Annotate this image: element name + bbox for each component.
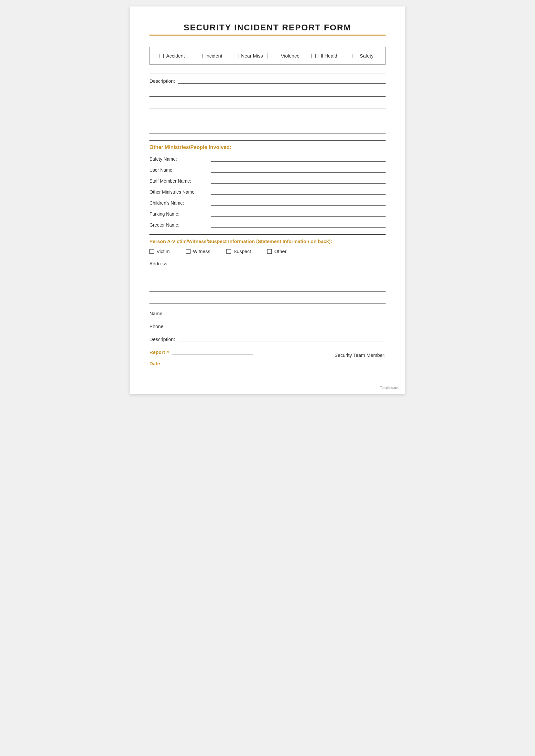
person-type-row: Victim Witness Suspect Other bbox=[150, 249, 385, 254]
safety-name-input[interactable] bbox=[211, 155, 385, 162]
name-label: Name: bbox=[150, 310, 164, 316]
other-ministries-name-label: Other Ministries Name: bbox=[150, 189, 208, 195]
checkbox-ill-health[interactable] bbox=[311, 54, 316, 58]
checkbox-violence[interactable] bbox=[274, 54, 278, 58]
incident-type-ill-health[interactable]: I ll Health bbox=[306, 53, 344, 59]
checkbox-victim[interactable] bbox=[150, 249, 154, 254]
security-team-label: Security Team Member: bbox=[334, 352, 385, 358]
person-description-row: Description: bbox=[150, 336, 385, 342]
greeter-name-row: Greeter Name: bbox=[150, 221, 385, 228]
watermark: Template.net bbox=[380, 386, 399, 390]
page-title: SECURITY INCIDENT REPORT FORM bbox=[150, 23, 385, 33]
bottom-fields: Name: Phone: Description: bbox=[150, 310, 385, 342]
title-section: SECURITY INCIDENT REPORT FORM bbox=[150, 23, 385, 36]
checkbox-other[interactable] bbox=[267, 249, 272, 254]
checkbox-witness[interactable] bbox=[186, 249, 190, 254]
other-ministries-heading: Other Ministries/People Involved: bbox=[150, 145, 385, 150]
date-row: Date bbox=[150, 358, 268, 366]
address-line-4[interactable] bbox=[150, 297, 385, 304]
address-line-3[interactable] bbox=[150, 285, 385, 291]
report-line[interactable] bbox=[172, 348, 253, 355]
user-name-row: User Name: bbox=[150, 166, 385, 173]
staff-name-label: Staff Member Name: bbox=[150, 178, 208, 184]
incident-type-safety[interactable]: Safety bbox=[344, 53, 382, 59]
footer-row: Report # Date Security Team Member: bbox=[150, 348, 385, 366]
description-section: Description: bbox=[150, 77, 385, 133]
divider-1 bbox=[150, 73, 385, 73]
incident-type-near-miss[interactable]: Near Miss bbox=[229, 53, 268, 59]
parking-name-input[interactable] bbox=[211, 210, 385, 217]
person-a-heading: Person A-Victim/Witness/Suspect Informat… bbox=[150, 238, 385, 244]
description-row: Description: bbox=[150, 77, 385, 84]
other-ministries-name-row: Other Ministries Name: bbox=[150, 188, 385, 195]
parking-name-label: Parking Name: bbox=[150, 211, 208, 217]
date-label: Date bbox=[150, 361, 160, 366]
person-type-victim[interactable]: Victim bbox=[150, 249, 170, 254]
user-name-label: User Name: bbox=[150, 167, 208, 173]
label-witness: Witness bbox=[193, 249, 210, 254]
incident-type-incident[interactable]: Incident bbox=[191, 53, 229, 59]
person-description-input[interactable] bbox=[178, 336, 385, 342]
checkbox-near-miss[interactable] bbox=[234, 54, 239, 58]
report-number-row: Report # bbox=[150, 348, 268, 355]
phone-row: Phone: bbox=[150, 323, 385, 329]
checkbox-incident[interactable] bbox=[198, 54, 203, 58]
report-label: Report # bbox=[150, 349, 169, 355]
incident-type-accident[interactable]: Accident bbox=[153, 53, 191, 59]
children-name-input[interactable] bbox=[211, 199, 385, 205]
description-line-2[interactable] bbox=[150, 90, 385, 97]
footer-left: Report # Date bbox=[150, 348, 268, 366]
person-type-other[interactable]: Other bbox=[267, 249, 287, 254]
name-input[interactable] bbox=[167, 310, 385, 316]
divider-2 bbox=[150, 140, 385, 141]
address-line-1[interactable] bbox=[172, 260, 385, 266]
label-other: Other bbox=[274, 249, 287, 254]
date-line[interactable] bbox=[163, 360, 244, 366]
checkbox-safety[interactable] bbox=[352, 54, 357, 58]
label-ill-health: I ll Health bbox=[318, 53, 339, 59]
label-violence: Violence bbox=[281, 53, 299, 59]
description-line-3[interactable] bbox=[150, 102, 385, 109]
greeter-name-label: Greeter Name: bbox=[150, 222, 208, 228]
title-underline bbox=[150, 35, 385, 36]
label-incident: Incident bbox=[205, 53, 222, 59]
label-suspect: Suspect bbox=[234, 249, 251, 254]
user-name-input[interactable] bbox=[211, 166, 385, 173]
children-name-row: Children's Name: bbox=[150, 199, 385, 205]
name-row: Name: bbox=[150, 310, 385, 316]
label-near-miss: Near Miss bbox=[241, 53, 263, 59]
address-line-2[interactable] bbox=[150, 273, 385, 279]
safety-name-label: Safety Name: bbox=[150, 156, 208, 162]
incident-types-container: Accident Incident Near Miss Violence I l… bbox=[150, 47, 385, 65]
description-label: Description: bbox=[150, 78, 175, 84]
description-line-1[interactable] bbox=[178, 77, 385, 84]
description-line-5[interactable] bbox=[150, 127, 385, 133]
phone-input[interactable] bbox=[168, 323, 385, 329]
person-description-label: Description: bbox=[150, 337, 175, 342]
footer-right: Security Team Member: bbox=[268, 352, 385, 366]
address-section: Address: bbox=[150, 260, 385, 304]
staff-name-input[interactable] bbox=[211, 177, 385, 184]
address-label: Address: bbox=[150, 261, 169, 266]
incident-type-violence[interactable]: Violence bbox=[268, 53, 306, 59]
label-safety: Safety bbox=[360, 53, 374, 59]
person-type-witness[interactable]: Witness bbox=[186, 249, 210, 254]
label-accident: Accident bbox=[166, 53, 185, 59]
description-line-4[interactable] bbox=[150, 115, 385, 121]
checkbox-suspect[interactable] bbox=[226, 249, 231, 254]
greeter-name-input[interactable] bbox=[211, 221, 385, 228]
people-section: Other Ministries/People Involved: Safety… bbox=[150, 145, 385, 228]
phone-label: Phone: bbox=[150, 324, 165, 329]
other-ministries-name-input[interactable] bbox=[211, 188, 385, 195]
checkbox-accident[interactable] bbox=[159, 54, 164, 58]
children-name-label: Children's Name: bbox=[150, 201, 208, 205]
safety-name-row: Safety Name: bbox=[150, 155, 385, 162]
security-line[interactable] bbox=[314, 360, 385, 366]
person-a-section: Person A-Victim/Witness/Suspect Informat… bbox=[150, 238, 385, 366]
staff-name-row: Staff Member Name: bbox=[150, 177, 385, 184]
form-page: SECURITY INCIDENT REPORT FORM Accident I… bbox=[130, 7, 405, 394]
label-victim: Victim bbox=[156, 249, 170, 254]
address-row: Address: bbox=[150, 260, 385, 266]
divider-3 bbox=[150, 234, 385, 235]
person-type-suspect[interactable]: Suspect bbox=[226, 249, 251, 254]
